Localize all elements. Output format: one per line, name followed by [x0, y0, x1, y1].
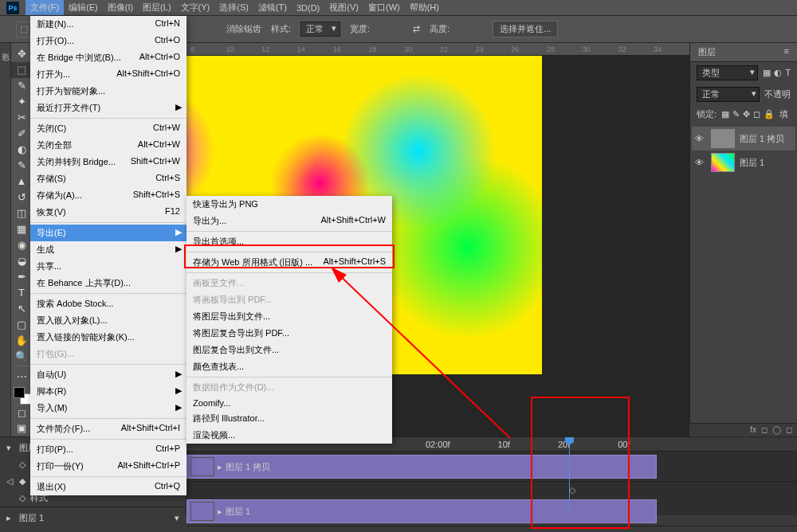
blend-mode[interactable]: 正常 [697, 87, 760, 102]
screen-mode[interactable]: ▣ [11, 421, 32, 436]
menu-file[interactable]: 文件(F) [26, 0, 64, 15]
menu-item[interactable]: 自动(U)▶ [30, 366, 186, 383]
type-tool[interactable]: T [11, 285, 32, 301]
timeline-track[interactable]: ▸图层 1 [186, 496, 797, 526]
menu-item[interactable]: 打开(O)...Ctrl+O [30, 33, 186, 49]
menu-type[interactable]: 文字(Y) [176, 0, 215, 15]
heal-tool[interactable]: ◐ [11, 142, 32, 158]
menu-item[interactable]: 生成▶ [30, 241, 186, 258]
menu-item[interactable]: 画板至文件... [186, 275, 392, 291]
menu-item[interactable]: 导入(M)▶ [30, 400, 186, 417]
menu-item[interactable]: 最近打开文件(T)▶ [30, 100, 186, 116]
menu-layer[interactable]: 图层(L) [138, 0, 175, 15]
quick-mask[interactable]: ◻ [11, 405, 32, 421]
zoom-tool[interactable]: 🔍 [11, 348, 32, 364]
group-icon[interactable]: ◻ [786, 425, 792, 434]
menu-item[interactable]: 退出(X)Ctrl+Q [30, 479, 186, 495]
menu-item[interactable]: 文件简介(F)...Alt+Shift+Ctrl+I [30, 421, 186, 437]
menu-item[interactable]: Zoomify... [186, 396, 392, 410]
pen-tool[interactable]: ✒ [11, 269, 32, 285]
tool-preset-icon[interactable]: ⬚ [16, 22, 32, 37]
layer-item[interactable]: 👁 图层 1 [692, 151, 795, 174]
eraser-tool[interactable]: ◫ [11, 205, 32, 221]
menu-item[interactable]: 图层复合导出到文件... [186, 342, 392, 358]
wand-tool[interactable]: ✦ [11, 94, 32, 110]
menu-item[interactable]: 共享... [30, 258, 186, 275]
layer-filter-type[interactable]: 类型 [697, 65, 758, 80]
menu-item[interactable]: 关闭并转到 Bridge...Shift+Ctrl+W [30, 154, 186, 170]
menu-item[interactable]: 新建(N)...Ctrl+N [30, 16, 186, 33]
path-tool[interactable]: ↖ [11, 301, 32, 317]
timeline-track-header[interactable]: ▸ 图层 1 ▾ [0, 507, 186, 526]
menu-edit[interactable]: 编辑(E) [64, 0, 103, 15]
menu-view[interactable]: 视图(V) [324, 0, 363, 15]
style-select[interactable]: 正常 [300, 22, 340, 37]
menu-item[interactable]: 将图层导出到文件... [186, 308, 392, 325]
menu-item[interactable]: 打印一份(Y)Alt+Shift+Ctrl+P [30, 458, 186, 475]
menu-item[interactable]: 置入嵌入对象(L)... [30, 312, 186, 329]
playhead[interactable] [569, 437, 570, 515]
fx-icon[interactable]: fx [750, 425, 756, 434]
menu-item[interactable]: 打开为...Alt+Shift+Ctrl+O [30, 66, 186, 83]
hand-tool[interactable]: ✋ [11, 332, 32, 348]
shape-tool[interactable]: ▢ [11, 316, 32, 332]
menu-3d[interactable]: 3D(D) [292, 2, 324, 14]
mask-icon[interactable]: ◻ [761, 425, 768, 434]
menu-item[interactable]: 搜索 Adobe Stock... [30, 295, 186, 312]
menu-item[interactable]: 路径到 Illustrator... [186, 410, 392, 427]
menu-item[interactable]: 将图层复合导出到 PDF... [186, 325, 392, 342]
menu-item[interactable]: 在 Bridge 中浏览(B)...Alt+Ctrl+O [30, 49, 186, 66]
timeline-track[interactable]: ▸图层 1 拷贝 [186, 452, 797, 482]
visibility-icon[interactable]: 👁 [695, 158, 706, 167]
antialias-check[interactable]: 消除锯齿 [226, 23, 261, 35]
menu-item[interactable]: 导出为...Alt+Shift+Ctrl+W [186, 213, 392, 229]
menu-item[interactable]: 快速导出为 PNG [186, 196, 392, 213]
history-brush-tool[interactable]: ↺ [11, 190, 32, 205]
eyedropper-tool[interactable]: ✐ [11, 126, 32, 142]
menu-item[interactable]: 打包(G)... [30, 346, 186, 362]
crop-tool[interactable]: ✂ [11, 110, 32, 126]
menu-filter[interactable]: 滤镜(T) [253, 0, 292, 15]
menu-item[interactable]: 打开为智能对象... [30, 83, 186, 100]
menu-item[interactable]: 关闭(C)Ctrl+W [30, 120, 186, 137]
menu-help[interactable]: 帮助(H) [405, 0, 444, 15]
menu-item[interactable]: 颜色查找表... [186, 358, 392, 375]
menu-item[interactable]: 导出(E)▶ [30, 225, 186, 241]
select-and-mask-button[interactable]: 选择并遮住... [493, 21, 558, 37]
collapse-icon[interactable]: ▾ [6, 443, 14, 453]
brush-tool[interactable]: ✎ [11, 158, 32, 174]
edit-toolbar[interactable]: ⋯ [11, 368, 32, 384]
menu-item[interactable]: 存储(S)Ctrl+S [30, 170, 186, 187]
timeline-clip[interactable]: ▸图层 1 拷贝 [186, 455, 657, 479]
menu-image[interactable]: 图像(I) [103, 0, 138, 15]
filter-icons[interactable]: ▦◐T [763, 68, 791, 78]
menu-item[interactable]: 脚本(R)▶ [30, 383, 186, 400]
menu-item[interactable]: 渲染视频... [186, 427, 392, 444]
menu-item[interactable]: 将画板导出到 PDF... [186, 291, 392, 308]
dodge-tool[interactable]: ◒ [11, 253, 32, 269]
menu-item[interactable]: 置入链接的智能对象(K)... [30, 329, 186, 346]
menu-item[interactable]: 存储为(A)...Shift+Ctrl+S [30, 187, 186, 204]
expand-icon[interactable]: ▸ [6, 513, 14, 523]
menu-item[interactable]: 关闭全部Alt+Ctrl+W [30, 137, 186, 154]
marquee-tool[interactable]: ⬚ [11, 62, 32, 78]
stamp-tool[interactable]: ▲ [11, 174, 32, 190]
timeline-clip[interactable]: ▸图层 1 [186, 499, 657, 523]
layer-item[interactable]: 👁 图层 1 拷贝 [692, 127, 795, 151]
menu-window[interactable]: 窗口(W) [363, 0, 405, 15]
lasso-tool[interactable]: ✎ [11, 78, 32, 94]
blur-tool[interactable]: ◉ [11, 237, 32, 253]
swap-icon[interactable]: ⇄ [413, 24, 420, 34]
gradient-tool[interactable]: ▦ [11, 221, 32, 237]
visibility-icon[interactable]: 👁 [695, 134, 706, 143]
adjustment-icon[interactable]: ◯ [772, 425, 781, 434]
move-tool[interactable]: ✥ [11, 46, 32, 62]
menu-item[interactable]: 恢复(V)F12 [30, 204, 186, 221]
menu-item[interactable]: 导出首选项... [186, 233, 392, 250]
menu-select[interactable]: 选择(S) [214, 0, 253, 15]
layers-tab[interactable]: 图层≡ [690, 43, 797, 62]
menu-item[interactable]: 在 Behance 上共享(D)... [30, 275, 186, 291]
menu-item[interactable]: 存储为 Web 所用格式 (旧版) ...Alt+Shift+Ctrl+S [186, 254, 392, 271]
lock-icons[interactable]: ▦✎✥◻🔒 [721, 109, 775, 119]
menu-item[interactable]: 数据组作为文件(D)... [186, 379, 392, 396]
